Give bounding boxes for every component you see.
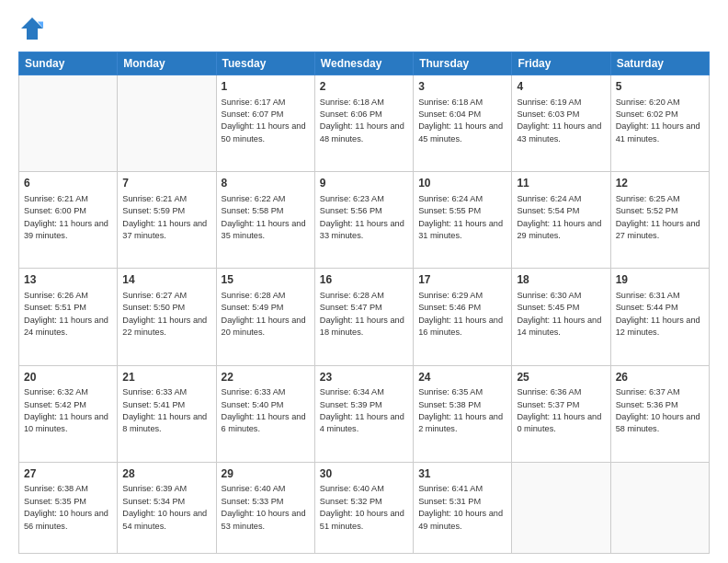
calendar-cell <box>19 75 118 172</box>
day-number: 22 <box>222 370 310 385</box>
calendar-cell: 31Sunrise: 6:41 AMSunset: 5:31 PMDayligh… <box>414 462 512 553</box>
day-number: 23 <box>320 370 408 385</box>
cell-content: Sunrise: 6:28 AMSunset: 5:47 PMDaylight:… <box>320 290 408 339</box>
calendar-cell: 18Sunrise: 6:30 AMSunset: 5:45 PMDayligh… <box>512 269 610 365</box>
calendar-cell: 30Sunrise: 6:40 AMSunset: 5:32 PMDayligh… <box>314 462 413 553</box>
calendar-table: SundayMondayTuesdayWednesdayThursdayFrid… <box>18 52 710 554</box>
cell-content: Sunrise: 6:40 AMSunset: 5:33 PMDaylight:… <box>222 483 310 532</box>
calendar-header-wednesday: Wednesday <box>314 52 413 75</box>
calendar-cell: 15Sunrise: 6:28 AMSunset: 5:49 PMDayligh… <box>216 269 314 365</box>
day-number: 16 <box>320 272 408 288</box>
calendar-cell: 21Sunrise: 6:33 AMSunset: 5:41 PMDayligh… <box>118 365 216 462</box>
calendar-cell: 13Sunrise: 6:26 AMSunset: 5:51 PMDayligh… <box>19 269 118 365</box>
cell-content: Sunrise: 6:38 AMSunset: 5:35 PMDaylight:… <box>24 483 112 532</box>
day-number: 9 <box>320 176 408 191</box>
calendar-cell: 22Sunrise: 6:33 AMSunset: 5:40 PMDayligh… <box>216 365 314 462</box>
calendar-cell: 12Sunrise: 6:25 AMSunset: 5:52 PMDayligh… <box>610 172 709 269</box>
cell-content: Sunrise: 6:26 AMSunset: 5:51 PMDaylight:… <box>24 290 112 339</box>
calendar-cell: 16Sunrise: 6:28 AMSunset: 5:47 PMDayligh… <box>314 269 413 365</box>
calendar-week-row-4: 20Sunrise: 6:32 AMSunset: 5:42 PMDayligh… <box>19 365 710 462</box>
day-number: 3 <box>418 79 506 95</box>
cell-content: Sunrise: 6:31 AMSunset: 5:44 PMDaylight:… <box>616 290 704 339</box>
calendar-cell: 5Sunrise: 6:20 AMSunset: 6:02 PMDaylight… <box>610 75 709 172</box>
cell-content: Sunrise: 6:30 AMSunset: 5:45 PMDaylight:… <box>517 290 605 339</box>
day-number: 10 <box>418 176 506 191</box>
day-number: 24 <box>418 370 506 385</box>
calendar-cell: 14Sunrise: 6:27 AMSunset: 5:50 PMDayligh… <box>118 269 216 365</box>
logo <box>18 15 50 42</box>
page: SundayMondayTuesdayWednesdayThursdayFrid… <box>0 0 728 563</box>
calendar-cell: 25Sunrise: 6:36 AMSunset: 5:37 PMDayligh… <box>512 365 610 462</box>
cell-content: Sunrise: 6:33 AMSunset: 5:41 PMDaylight:… <box>122 386 210 435</box>
cell-content: Sunrise: 6:21 AMSunset: 5:59 PMDaylight:… <box>122 193 210 242</box>
day-number: 18 <box>517 272 605 288</box>
cell-content: Sunrise: 6:39 AMSunset: 5:34 PMDaylight:… <box>122 483 210 532</box>
logo-icon <box>18 15 46 42</box>
calendar-header-monday: Monday <box>118 52 216 75</box>
day-number: 1 <box>222 79 310 95</box>
calendar-header-friday: Friday <box>512 52 610 75</box>
day-number: 21 <box>122 370 210 385</box>
cell-content: Sunrise: 6:34 AMSunset: 5:39 PMDaylight:… <box>320 386 408 435</box>
cell-content: Sunrise: 6:36 AMSunset: 5:37 PMDaylight:… <box>517 386 605 435</box>
cell-content: Sunrise: 6:18 AMSunset: 6:04 PMDaylight:… <box>418 97 506 145</box>
day-number: 17 <box>418 272 506 288</box>
cell-content: Sunrise: 6:40 AMSunset: 5:32 PMDaylight:… <box>320 483 408 532</box>
calendar-header-tuesday: Tuesday <box>216 52 314 75</box>
calendar-cell: 24Sunrise: 6:35 AMSunset: 5:38 PMDayligh… <box>414 365 512 462</box>
header <box>18 15 710 42</box>
calendar-cell: 3Sunrise: 6:18 AMSunset: 6:04 PMDaylight… <box>414 75 512 172</box>
day-number: 19 <box>616 272 704 288</box>
day-number: 20 <box>24 370 112 385</box>
calendar-cell: 19Sunrise: 6:31 AMSunset: 5:44 PMDayligh… <box>610 269 709 365</box>
cell-content: Sunrise: 6:17 AMSunset: 6:07 PMDaylight:… <box>222 97 310 145</box>
cell-content: Sunrise: 6:22 AMSunset: 5:58 PMDaylight:… <box>222 193 310 242</box>
day-number: 29 <box>222 466 310 482</box>
day-number: 28 <box>122 466 210 482</box>
day-number: 11 <box>517 176 605 191</box>
cell-content: Sunrise: 6:21 AMSunset: 6:00 PMDaylight:… <box>24 193 112 242</box>
day-number: 6 <box>24 176 112 191</box>
calendar-cell: 10Sunrise: 6:24 AMSunset: 5:55 PMDayligh… <box>414 172 512 269</box>
day-number: 25 <box>517 370 605 385</box>
cell-content: Sunrise: 6:19 AMSunset: 6:03 PMDaylight:… <box>517 97 605 145</box>
day-number: 13 <box>24 272 112 288</box>
calendar-cell: 28Sunrise: 6:39 AMSunset: 5:34 PMDayligh… <box>118 462 216 553</box>
day-number: 8 <box>222 176 310 191</box>
calendar-week-row-5: 27Sunrise: 6:38 AMSunset: 5:35 PMDayligh… <box>19 462 710 553</box>
calendar-cell: 26Sunrise: 6:37 AMSunset: 5:36 PMDayligh… <box>610 365 709 462</box>
calendar-cell <box>512 462 610 553</box>
calendar-cell: 2Sunrise: 6:18 AMSunset: 6:06 PMDaylight… <box>314 75 413 172</box>
cell-content: Sunrise: 6:32 AMSunset: 5:42 PMDaylight:… <box>24 386 112 435</box>
cell-content: Sunrise: 6:28 AMSunset: 5:49 PMDaylight:… <box>222 290 310 339</box>
calendar-header-saturday: Saturday <box>610 52 709 75</box>
calendar-cell: 20Sunrise: 6:32 AMSunset: 5:42 PMDayligh… <box>19 365 118 462</box>
calendar-cell: 9Sunrise: 6:23 AMSunset: 5:56 PMDaylight… <box>314 172 413 269</box>
cell-content: Sunrise: 6:33 AMSunset: 5:40 PMDaylight:… <box>222 386 310 435</box>
day-number: 12 <box>616 176 704 191</box>
cell-content: Sunrise: 6:29 AMSunset: 5:46 PMDaylight:… <box>418 290 506 339</box>
day-number: 14 <box>122 272 210 288</box>
day-number: 26 <box>616 370 704 385</box>
day-number: 2 <box>320 79 408 95</box>
calendar-cell: 23Sunrise: 6:34 AMSunset: 5:39 PMDayligh… <box>314 365 413 462</box>
calendar-cell: 6Sunrise: 6:21 AMSunset: 6:00 PMDaylight… <box>19 172 118 269</box>
calendar-week-row-2: 6Sunrise: 6:21 AMSunset: 6:00 PMDaylight… <box>19 172 710 269</box>
cell-content: Sunrise: 6:35 AMSunset: 5:38 PMDaylight:… <box>418 386 506 435</box>
cell-content: Sunrise: 6:27 AMSunset: 5:50 PMDaylight:… <box>122 290 210 339</box>
calendar-header-thursday: Thursday <box>414 52 512 75</box>
day-number: 31 <box>418 466 506 482</box>
day-number: 30 <box>320 466 408 482</box>
cell-content: Sunrise: 6:37 AMSunset: 5:36 PMDaylight:… <box>616 386 704 435</box>
calendar-cell: 8Sunrise: 6:22 AMSunset: 5:58 PMDaylight… <box>216 172 314 269</box>
day-number: 15 <box>222 272 310 288</box>
cell-content: Sunrise: 6:20 AMSunset: 6:02 PMDaylight:… <box>616 97 704 145</box>
svg-marker-0 <box>21 17 43 40</box>
calendar-cell <box>118 75 216 172</box>
cell-content: Sunrise: 6:23 AMSunset: 5:56 PMDaylight:… <box>320 193 408 242</box>
calendar-header-row: SundayMondayTuesdayWednesdayThursdayFrid… <box>19 52 710 75</box>
calendar-cell: 11Sunrise: 6:24 AMSunset: 5:54 PMDayligh… <box>512 172 610 269</box>
cell-content: Sunrise: 6:18 AMSunset: 6:06 PMDaylight:… <box>320 97 408 145</box>
calendar-cell: 7Sunrise: 6:21 AMSunset: 5:59 PMDaylight… <box>118 172 216 269</box>
calendar-cell: 17Sunrise: 6:29 AMSunset: 5:46 PMDayligh… <box>414 269 512 365</box>
